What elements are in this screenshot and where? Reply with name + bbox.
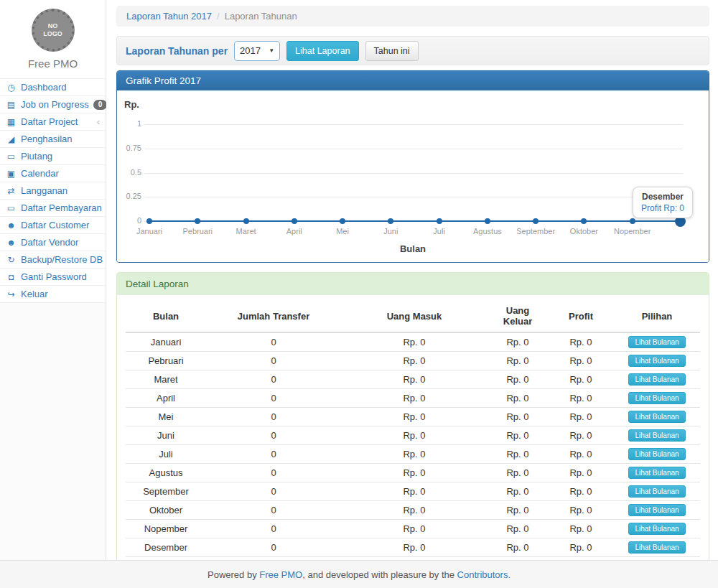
- cell-jumlah-transfer: 0: [206, 389, 341, 408]
- chevron-left-icon: ‹: [97, 116, 100, 127]
- cell-pilihan: Lihat Bulanan: [614, 520, 700, 538]
- lihat-bulanan-button[interactable]: Lihat Bulanan: [628, 541, 685, 554]
- cell-profit: Rp. 0: [548, 426, 614, 445]
- cell-jumlah-transfer: 0: [206, 445, 341, 464]
- sidebar-item-keluar[interactable]: ↪Keluar: [0, 285, 106, 303]
- lihat-bulanan-button[interactable]: Lihat Bulanan: [628, 485, 685, 498]
- cell-jumlah-transfer: 0: [206, 426, 341, 445]
- lihat-bulanan-button[interactable]: Lihat Bulanan: [628, 448, 685, 460]
- sidebar-item-daftar-project[interactable]: ▦Daftar Project‹: [0, 113, 106, 130]
- cell-uang-keluar: Rp. 0: [488, 389, 548, 408]
- lihat-bulanan-button[interactable]: Lihat Bulanan: [628, 429, 685, 442]
- data-point[interactable]: [388, 218, 393, 224]
- sidebar-item-calendar[interactable]: ▣Calendar: [0, 164, 106, 182]
- sign-out-icon: ↪: [6, 289, 17, 299]
- table-row: Maret0Rp. 0Rp. 0Rp. 0Lihat Bulanan: [126, 370, 700, 389]
- lihat-bulanan-button[interactable]: Lihat Bulanan: [628, 392, 685, 404]
- logo-text-top: NO: [48, 22, 58, 30]
- count-badge: 0: [93, 100, 108, 110]
- data-point[interactable]: [340, 218, 345, 224]
- table-row: Desember0Rp. 0Rp. 0Rp. 0Lihat Bulanan: [126, 538, 700, 557]
- chart-panel-title: Grafik Profit 2017: [117, 71, 709, 90]
- cell-pilihan: Lihat Bulanan: [614, 332, 700, 352]
- cell-uang-masuk: Rp. 0: [341, 464, 488, 482]
- chart-tooltip-value: Profit Rp: 0: [641, 203, 684, 213]
- sidebar-item-langganan[interactable]: ⇄Langganan: [0, 182, 106, 199]
- cell-jumlah-transfer: 0: [206, 538, 341, 557]
- cell-uang-masuk: Rp. 0: [341, 445, 488, 464]
- sidebar-item-ganti-password[interactable]: ◘Ganti Password: [0, 268, 106, 285]
- cell-uang-masuk: Rp. 0: [341, 538, 488, 557]
- footer-link-contributors-[interactable]: Contributors.: [457, 569, 510, 580]
- data-point[interactable]: [485, 218, 490, 224]
- sidebar-item-daftar-pembayaran[interactable]: ▭Daftar Pembayaran: [0, 199, 106, 216]
- users-icon: ☻: [6, 220, 17, 230]
- lihat-bulanan-button[interactable]: Lihat Bulanan: [628, 467, 685, 479]
- cell-profit: Rp. 0: [548, 445, 614, 464]
- data-point[interactable]: [630, 218, 635, 224]
- cell-uang-masuk: Rp. 0: [341, 482, 488, 501]
- series-line: [149, 220, 681, 222]
- cell-pilihan: Lihat Bulanan: [614, 352, 700, 370]
- cell-pilihan: Lihat Bulanan: [614, 482, 700, 501]
- lihat-bulanan-button[interactable]: Lihat Bulanan: [628, 373, 685, 386]
- table-row: September0Rp. 0Rp. 0Rp. 0Lihat Bulanan: [126, 482, 700, 501]
- data-point[interactable]: [581, 218, 587, 224]
- cell-bulan: Maret: [126, 370, 206, 389]
- sidebar-item-piutang[interactable]: ▭Piutang: [0, 147, 106, 164]
- lihat-bulanan-button[interactable]: Lihat Bulanan: [628, 336, 685, 348]
- cell-pilihan: Lihat Bulanan: [614, 501, 700, 520]
- lihat-bulanan-button[interactable]: Lihat Bulanan: [628, 355, 685, 367]
- cell-uang-keluar: Rp. 0: [488, 332, 548, 352]
- breadcrumb-link-laporan-tahun[interactable]: Laporan Tahun 2017: [126, 11, 212, 22]
- cell-pilihan: Lihat Bulanan: [614, 464, 700, 482]
- cell-profit: Rp. 0: [548, 389, 614, 408]
- footer-link-free-pmo[interactable]: Free PMO: [259, 569, 302, 580]
- chart-tooltip-title: Desember: [641, 192, 684, 202]
- cell-pilihan: Lihat Bulanan: [614, 370, 700, 389]
- sidebar-item-label: Dashboard: [21, 82, 67, 93]
- main-wrap: NO LOGO Free PMO ◷Dashboard▤Job on Progr…: [0, 0, 718, 560]
- lock-icon: ◘: [6, 272, 17, 282]
- chevron-down-icon: ▼: [269, 47, 274, 54]
- year-select[interactable]: 2017 ▼: [234, 41, 280, 61]
- lihat-bulanan-button[interactable]: Lihat Bulanan: [628, 523, 685, 535]
- cell-profit: Rp. 0: [548, 352, 614, 370]
- cell-jumlah-transfer: 0: [206, 332, 341, 352]
- breadcrumb-separator: /: [217, 11, 220, 22]
- data-point[interactable]: [437, 218, 442, 224]
- cell-profit: Rp. 0: [548, 408, 614, 426]
- data-point[interactable]: [146, 218, 152, 224]
- column-header-uang-masuk: Uang Masuk: [341, 301, 488, 332]
- sidebar-item-dashboard[interactable]: ◷Dashboard: [0, 78, 106, 95]
- lihat-bulanan-button[interactable]: Lihat Bulanan: [628, 411, 685, 423]
- y-tick-label: 1: [117, 119, 141, 128]
- sidebar-item-label: Langganan: [21, 185, 67, 196]
- data-point[interactable]: [533, 218, 538, 224]
- y-tick-label: 0: [117, 216, 141, 225]
- sidebar-item-daftar-vendor[interactable]: ☻Daftar Vendor: [0, 233, 106, 251]
- footer: Powered by Free PMO, and developed with …: [0, 560, 718, 588]
- table-row: Pebruari0Rp. 0Rp. 0Rp. 0Lihat Bulanan: [126, 352, 700, 370]
- table-row: Agustus0Rp. 0Rp. 0Rp. 0Lihat Bulanan: [126, 464, 700, 482]
- data-point[interactable]: [243, 218, 249, 224]
- table-row: Nopember0Rp. 0Rp. 0Rp. 0Lihat Bulanan: [126, 520, 700, 538]
- lihat-laporan-button[interactable]: Lihat Laporan: [286, 41, 358, 61]
- cell-uang-keluar: Rp. 0: [488, 520, 548, 538]
- tahun-ini-button[interactable]: Tahun ini: [365, 41, 419, 61]
- data-point[interactable]: [195, 218, 200, 224]
- profit-chart-panel: Grafik Profit 2017 Rp. Bulan Desember Pr…: [116, 70, 709, 263]
- cell-bulan: Nopember: [126, 520, 206, 538]
- sidebar-item-daftar-customer[interactable]: ☻Daftar Customer: [0, 216, 106, 233]
- column-header-pilihan: Pilihan: [614, 301, 700, 332]
- cell-profit: Rp. 0: [548, 464, 614, 482]
- sidebar-item-backup-restore-db[interactable]: ↻Backup/Restore DB: [0, 251, 106, 268]
- table-icon: ▦: [6, 117, 17, 127]
- data-point[interactable]: [292, 218, 297, 224]
- sidebar-item-job-on-progress[interactable]: ▤Job on Progress0: [0, 95, 106, 113]
- lihat-bulanan-button[interactable]: Lihat Bulanan: [628, 504, 685, 516]
- sidebar-item-label: Job on Progress: [21, 99, 89, 110]
- sidebar-item-penghasilan[interactable]: ◢Penghasilan: [0, 130, 106, 147]
- users-icon: ☻: [6, 238, 17, 248]
- line-chart-icon: ◢: [6, 134, 17, 144]
